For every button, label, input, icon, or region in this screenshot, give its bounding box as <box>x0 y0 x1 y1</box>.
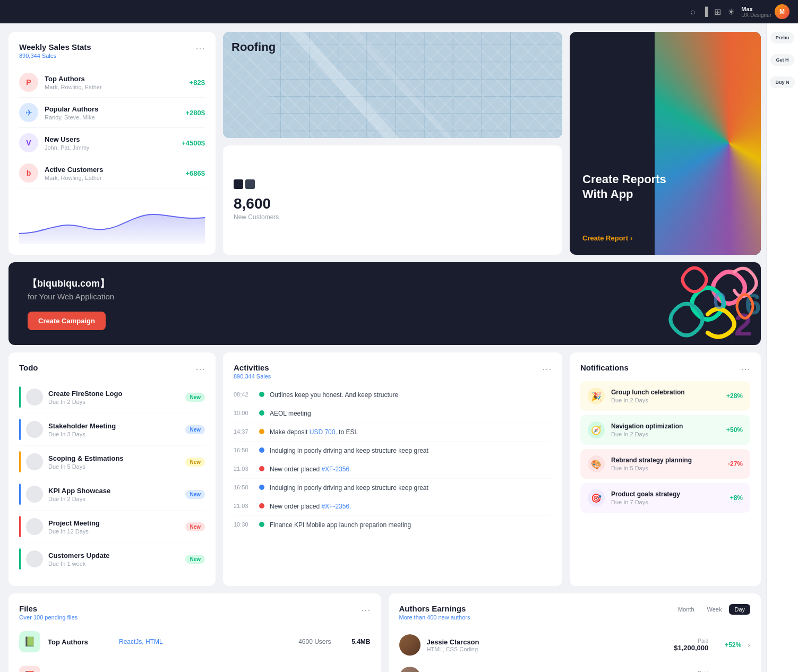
list-item: 21:03 New order placed #XF-2356. <box>234 460 552 479</box>
file-size: 5.4MB <box>339 638 371 645</box>
todo-title: Todo <box>19 363 38 372</box>
svg-line-17 <box>349 32 453 138</box>
banner-title: 【biqubiqu.com】 <box>28 277 114 290</box>
activity-link[interactable]: USD 700. <box>310 428 337 436</box>
list-item: 📕 Popular Authors Python, MySQL 7200 Use… <box>19 659 371 672</box>
row4: Files Over 100 pending files ⋯ 📗 Top Aut… <box>8 593 761 672</box>
todo-avatar <box>26 486 43 503</box>
row1: Weekly Sales Stats 890,344 Sales ⋯ P Top… <box>8 32 761 255</box>
list-item: 🎯 Product goals strategy Due In 7 Days +… <box>580 483 750 513</box>
sales-chart <box>19 191 205 244</box>
stat-name-new-users: New Users <box>45 135 182 143</box>
tab-month[interactable]: Month <box>673 604 700 615</box>
popular-authors-icon: ✈ <box>19 103 38 122</box>
stat-value-top-authors: +82$ <box>190 79 205 87</box>
activity-link[interactable]: #XF-2356. <box>321 466 351 473</box>
notifications-menu[interactable]: ⋯ <box>741 363 750 375</box>
list-item: 21:03 New order placed #XF-2356. <box>234 497 552 516</box>
activity-dot <box>259 522 264 527</box>
stat-authors-new: John, Pat, Jimmy <box>45 144 182 151</box>
top-authors-icon: P <box>19 73 38 92</box>
user-role: UX Designer <box>741 12 771 18</box>
author-name: Jessie Clarcson <box>427 638 668 646</box>
user-profile[interactable]: Max UX Designer M <box>741 4 790 19</box>
todo-item-name: KPI App Showcase <box>48 487 180 495</box>
todo-badge: New <box>185 555 205 564</box>
activity-link[interactable]: #XF-2356. <box>321 503 351 510</box>
activities-menu[interactable]: ⋯ <box>542 363 552 375</box>
stat-value-active: +686$ <box>185 169 205 177</box>
activity-time: 10:30 <box>234 521 254 528</box>
todo-item-name: Create FireStone Logo <box>48 390 180 398</box>
list-item: Stakeholder Meeting Due In 3 Days New <box>19 413 205 446</box>
list-item: 10:30 Finance KPI Mobile app launch prep… <box>234 516 552 534</box>
list-item: 🎨 Rebrand strategy planning Due In 5 Day… <box>580 449 750 479</box>
customers-icons <box>234 179 552 189</box>
tab-day[interactable]: Day <box>729 604 750 615</box>
list-item: 🎉 Group lunch celebration Due In 2 Days … <box>580 381 750 411</box>
create-campaign-button[interactable]: Create Campaign <box>28 312 106 330</box>
svg-text:0: 0 <box>713 287 726 314</box>
grid-icon[interactable]: ⊞ <box>714 7 721 17</box>
todo-avatar <box>26 389 43 406</box>
notif-value: +50% <box>726 426 743 434</box>
activity-dot <box>259 503 264 509</box>
weekly-stats-menu[interactable]: ⋯ <box>195 42 205 54</box>
list-item: Project Meeting Due In 12 Days New <box>19 511 205 543</box>
file-icon-popular: 📕 <box>19 666 40 672</box>
activity-text: Make deposit USD 700. to ESL <box>270 427 552 437</box>
activity-time: 21:03 <box>234 466 254 472</box>
create-report-arrow: › <box>630 234 632 242</box>
notif-value: +8% <box>730 494 743 502</box>
activity-dot <box>259 410 264 416</box>
search-icon[interactable]: ⌕ <box>690 7 696 16</box>
todo-menu[interactable]: ⋯ <box>195 363 205 375</box>
list-item: 16:50 Indulging in poorly driving and ke… <box>234 442 552 460</box>
weekly-stats-title: Weekly Sales Stats <box>19 42 91 51</box>
list-item: Natali Trump UI/UX Designer Paid $3,400,… <box>399 661 751 672</box>
list-item: 10:00 AEOL meeting <box>234 404 552 423</box>
todo-avatar <box>26 421 43 438</box>
activity-text: New order placed #XF-2356. <box>270 464 552 474</box>
activities-subtitle: 890,344 Sales <box>234 373 271 380</box>
todo-item-due: Due In 12 Days <box>48 528 180 535</box>
icon-sq-mid <box>245 179 255 189</box>
sidebar-item-prebu[interactable]: Prebu <box>770 32 795 44</box>
todo-item-due: Due In 1 week <box>48 561 180 567</box>
tab-week[interactable]: Week <box>702 604 727 615</box>
sidebar-item-geth[interactable]: Get H <box>770 54 794 66</box>
paid-label: Paid <box>674 638 708 644</box>
activity-text: Indulging in poorly driving and keep str… <box>270 483 552 493</box>
icon-sq-dark <box>234 179 243 189</box>
activity-text: Outlines keep you honest. And keep struc… <box>270 390 552 400</box>
notif-icon-lunch: 🎉 <box>588 387 605 404</box>
notif-due: Due In 2 Days <box>611 397 720 403</box>
file-users: 4600 Users <box>289 638 331 645</box>
right-sidebar: Prebu Get H Buy N <box>766 23 798 672</box>
author-amount: $1,200,000 <box>674 644 708 652</box>
brightness-icon[interactable]: ☀ <box>727 7 735 17</box>
chevron-right-icon[interactable]: › <box>748 641 750 649</box>
activity-text: AEOL meeting <box>270 409 552 418</box>
todo-item-due: Due In 3 Days <box>48 431 180 437</box>
todo-color-bar <box>19 419 21 440</box>
roofing-section: Roofing <box>223 32 562 255</box>
activity-dot <box>259 466 264 471</box>
todo-item-name: Scoping & Estimations <box>48 454 180 462</box>
files-menu[interactable]: ⋯ <box>361 604 371 616</box>
sidebar-item-buyn[interactable]: Buy N <box>770 76 794 88</box>
stat-row-top-authors: P Top Authors Mark, Rowling, Esther +82$ <box>19 67 205 98</box>
active-customers-icon: b <box>19 163 38 183</box>
list-item: 14:37 Make deposit USD 700. to ESL <box>234 423 552 442</box>
signal-icon[interactable]: ▐ <box>702 7 708 16</box>
stat-name-popular: Popular Authors <box>45 105 185 113</box>
period-tabs: Month Week Day <box>673 604 750 615</box>
notifications-title: Notifications <box>580 363 629 372</box>
stat-name-top-authors: Top Authors <box>45 75 190 83</box>
list-item: 16:50 Indulging in poorly driving and ke… <box>234 479 552 497</box>
roofing-label: Roofing <box>231 40 276 54</box>
create-report-link[interactable]: Create Report › <box>582 234 748 242</box>
todo-item-due: Due In 5 Days <box>48 463 180 470</box>
files-subtitle: Over 100 pending files <box>19 614 78 621</box>
activity-time: 08:42 <box>234 391 254 398</box>
